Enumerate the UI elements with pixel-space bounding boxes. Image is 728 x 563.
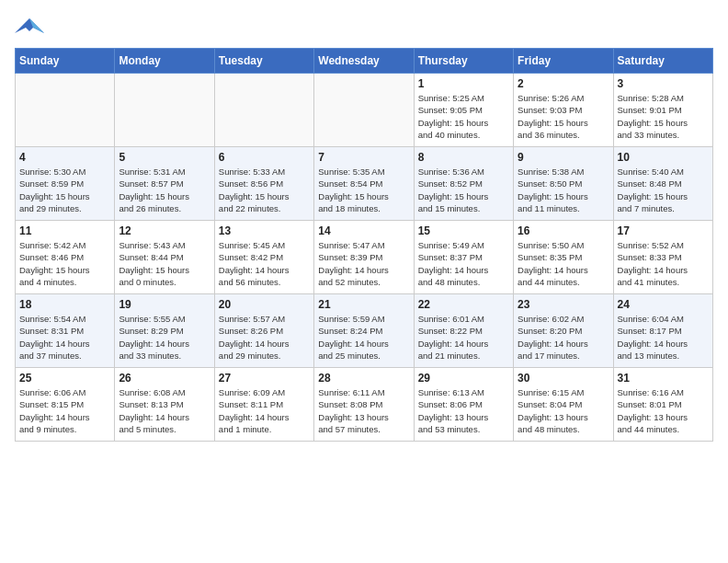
day-info: Sunrise: 5:35 AM Sunset: 8:54 PM Dayligh… bbox=[318, 166, 409, 214]
day-info: Sunrise: 6:13 AM Sunset: 8:06 PM Dayligh… bbox=[418, 386, 509, 435]
day-info: Sunrise: 5:38 AM Sunset: 8:50 PM Dayligh… bbox=[518, 166, 609, 214]
calendar-cell: 16Sunrise: 5:50 AM Sunset: 8:35 PM Dayli… bbox=[514, 221, 613, 294]
calendar-week-4: 18Sunrise: 5:54 AM Sunset: 8:31 PM Dayli… bbox=[16, 294, 713, 368]
calendar-cell: 28Sunrise: 6:11 AM Sunset: 8:08 PM Dayli… bbox=[314, 368, 414, 442]
calendar-cell: 8Sunrise: 5:36 AM Sunset: 8:52 PM Daylig… bbox=[414, 147, 513, 221]
day-number: 25 bbox=[19, 372, 110, 385]
day-number: 4 bbox=[19, 151, 110, 164]
calendar-week-2: 4Sunrise: 5:30 AM Sunset: 8:59 PM Daylig… bbox=[16, 147, 713, 221]
calendar-table: SundayMondayTuesdayWednesdayThursdayFrid… bbox=[15, 48, 713, 442]
day-info: Sunrise: 6:06 AM Sunset: 8:15 PM Dayligh… bbox=[19, 386, 110, 435]
calendar-cell: 30Sunrise: 6:15 AM Sunset: 8:04 PM Dayli… bbox=[514, 368, 613, 442]
logo bbox=[15, 15, 48, 40]
day-number: 24 bbox=[618, 298, 709, 311]
calendar-cell: 15Sunrise: 5:49 AM Sunset: 8:37 PM Dayli… bbox=[414, 221, 513, 294]
calendar-cell: 23Sunrise: 6:02 AM Sunset: 8:20 PM Dayli… bbox=[514, 294, 613, 368]
calendar-cell bbox=[115, 74, 214, 147]
day-number: 7 bbox=[318, 151, 409, 164]
day-info: Sunrise: 6:16 AM Sunset: 8:01 PM Dayligh… bbox=[618, 386, 709, 435]
calendar-week-3: 11Sunrise: 5:42 AM Sunset: 8:46 PM Dayli… bbox=[16, 221, 713, 294]
calendar-cell: 19Sunrise: 5:55 AM Sunset: 8:29 PM Dayli… bbox=[115, 294, 214, 368]
calendar-cell: 6Sunrise: 5:33 AM Sunset: 8:56 PM Daylig… bbox=[214, 147, 313, 221]
calendar-cell: 7Sunrise: 5:35 AM Sunset: 8:54 PM Daylig… bbox=[314, 147, 414, 221]
day-number: 23 bbox=[518, 298, 609, 311]
day-header-saturday: Saturday bbox=[613, 49, 712, 74]
calendar-cell: 25Sunrise: 6:06 AM Sunset: 8:15 PM Dayli… bbox=[16, 368, 115, 442]
calendar-week-1: 1Sunrise: 5:25 AM Sunset: 9:05 PM Daylig… bbox=[16, 74, 713, 147]
day-info: Sunrise: 5:54 AM Sunset: 8:31 PM Dayligh… bbox=[19, 313, 110, 362]
calendar-header-row: SundayMondayTuesdayWednesdayThursdayFrid… bbox=[16, 49, 713, 74]
calendar-cell: 9Sunrise: 5:38 AM Sunset: 8:50 PM Daylig… bbox=[514, 147, 613, 221]
day-number: 21 bbox=[318, 298, 409, 311]
day-number: 15 bbox=[418, 224, 509, 237]
logo-icon bbox=[15, 15, 44, 40]
day-number: 22 bbox=[418, 298, 509, 311]
day-number: 3 bbox=[618, 77, 709, 90]
calendar-cell: 2Sunrise: 5:26 AM Sunset: 9:03 PM Daylig… bbox=[514, 74, 613, 147]
day-info: Sunrise: 5:25 AM Sunset: 9:05 PM Dayligh… bbox=[418, 92, 509, 141]
calendar-cell: 24Sunrise: 6:04 AM Sunset: 8:17 PM Dayli… bbox=[613, 294, 712, 368]
day-number: 29 bbox=[418, 372, 509, 385]
day-number: 1 bbox=[418, 77, 509, 90]
calendar-cell: 13Sunrise: 5:45 AM Sunset: 8:42 PM Dayli… bbox=[214, 221, 313, 294]
day-info: Sunrise: 5:49 AM Sunset: 8:37 PM Dayligh… bbox=[418, 239, 509, 288]
calendar-cell: 29Sunrise: 6:13 AM Sunset: 8:06 PM Dayli… bbox=[414, 368, 513, 442]
day-info: Sunrise: 6:04 AM Sunset: 8:17 PM Dayligh… bbox=[618, 313, 709, 362]
calendar-cell: 10Sunrise: 5:40 AM Sunset: 8:48 PM Dayli… bbox=[613, 147, 712, 221]
day-info: Sunrise: 5:50 AM Sunset: 8:35 PM Dayligh… bbox=[518, 239, 609, 288]
day-info: Sunrise: 6:01 AM Sunset: 8:22 PM Dayligh… bbox=[418, 313, 509, 362]
day-info: Sunrise: 5:40 AM Sunset: 8:48 PM Dayligh… bbox=[618, 166, 709, 214]
day-number: 17 bbox=[618, 224, 709, 237]
calendar-cell: 14Sunrise: 5:47 AM Sunset: 8:39 PM Dayli… bbox=[314, 221, 414, 294]
calendar-week-5: 25Sunrise: 6:06 AM Sunset: 8:15 PM Dayli… bbox=[16, 368, 713, 442]
calendar-cell bbox=[314, 74, 414, 147]
day-info: Sunrise: 6:15 AM Sunset: 8:04 PM Dayligh… bbox=[518, 386, 609, 435]
day-number: 12 bbox=[119, 224, 210, 237]
day-info: Sunrise: 5:36 AM Sunset: 8:52 PM Dayligh… bbox=[418, 166, 509, 214]
day-number: 26 bbox=[119, 372, 210, 385]
day-number: 19 bbox=[119, 298, 210, 311]
day-info: Sunrise: 5:33 AM Sunset: 8:56 PM Dayligh… bbox=[219, 166, 310, 214]
day-number: 5 bbox=[119, 151, 210, 164]
day-number: 20 bbox=[219, 298, 310, 311]
day-info: Sunrise: 6:11 AM Sunset: 8:08 PM Dayligh… bbox=[318, 386, 409, 435]
calendar-cell: 5Sunrise: 5:31 AM Sunset: 8:57 PM Daylig… bbox=[115, 147, 214, 221]
calendar-cell: 11Sunrise: 5:42 AM Sunset: 8:46 PM Dayli… bbox=[16, 221, 115, 294]
day-header-wednesday: Wednesday bbox=[314, 49, 414, 74]
day-info: Sunrise: 5:43 AM Sunset: 8:44 PM Dayligh… bbox=[119, 239, 210, 288]
day-header-sunday: Sunday bbox=[16, 49, 115, 74]
day-number: 27 bbox=[219, 372, 310, 385]
day-info: Sunrise: 5:42 AM Sunset: 8:46 PM Dayligh… bbox=[19, 239, 110, 288]
day-info: Sunrise: 5:26 AM Sunset: 9:03 PM Dayligh… bbox=[518, 92, 609, 141]
day-number: 11 bbox=[19, 224, 110, 237]
day-number: 6 bbox=[219, 151, 310, 164]
day-info: Sunrise: 5:47 AM Sunset: 8:39 PM Dayligh… bbox=[318, 239, 409, 288]
day-info: Sunrise: 5:45 AM Sunset: 8:42 PM Dayligh… bbox=[219, 239, 310, 288]
day-number: 8 bbox=[418, 151, 509, 164]
calendar-cell: 20Sunrise: 5:57 AM Sunset: 8:26 PM Dayli… bbox=[214, 294, 313, 368]
day-number: 16 bbox=[518, 224, 609, 237]
day-number: 10 bbox=[618, 151, 709, 164]
day-header-monday: Monday bbox=[115, 49, 214, 74]
day-number: 31 bbox=[618, 372, 709, 385]
day-number: 9 bbox=[518, 151, 609, 164]
calendar-cell: 17Sunrise: 5:52 AM Sunset: 8:33 PM Dayli… bbox=[613, 221, 712, 294]
calendar-cell: 12Sunrise: 5:43 AM Sunset: 8:44 PM Dayli… bbox=[115, 221, 214, 294]
day-info: Sunrise: 6:08 AM Sunset: 8:13 PM Dayligh… bbox=[119, 386, 210, 435]
day-header-tuesday: Tuesday bbox=[214, 49, 313, 74]
day-info: Sunrise: 5:55 AM Sunset: 8:29 PM Dayligh… bbox=[119, 313, 210, 362]
calendar-cell: 18Sunrise: 5:54 AM Sunset: 8:31 PM Dayli… bbox=[16, 294, 115, 368]
day-info: Sunrise: 5:30 AM Sunset: 8:59 PM Dayligh… bbox=[19, 166, 110, 214]
day-header-friday: Friday bbox=[514, 49, 613, 74]
day-number: 2 bbox=[518, 77, 609, 90]
calendar-cell: 3Sunrise: 5:28 AM Sunset: 9:01 PM Daylig… bbox=[613, 74, 712, 147]
calendar-cell bbox=[16, 74, 115, 147]
day-info: Sunrise: 5:52 AM Sunset: 8:33 PM Dayligh… bbox=[618, 239, 709, 288]
calendar-cell: 21Sunrise: 5:59 AM Sunset: 8:24 PM Dayli… bbox=[314, 294, 414, 368]
calendar-cell: 1Sunrise: 5:25 AM Sunset: 9:05 PM Daylig… bbox=[414, 74, 513, 147]
day-info: Sunrise: 6:02 AM Sunset: 8:20 PM Dayligh… bbox=[518, 313, 609, 362]
day-header-thursday: Thursday bbox=[414, 49, 513, 74]
calendar-cell: 26Sunrise: 6:08 AM Sunset: 8:13 PM Dayli… bbox=[115, 368, 214, 442]
calendar-cell: 22Sunrise: 6:01 AM Sunset: 8:22 PM Dayli… bbox=[414, 294, 513, 368]
day-info: Sunrise: 5:31 AM Sunset: 8:57 PM Dayligh… bbox=[119, 166, 210, 214]
